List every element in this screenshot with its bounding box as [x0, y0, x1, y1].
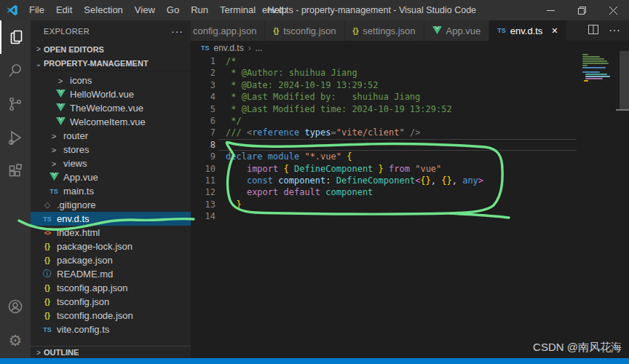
code-content: */: [226, 115, 242, 127]
source-control-icon[interactable]: [0, 87, 31, 121]
line-number[interactable]: 7: [191, 127, 226, 138]
menu-file[interactable]: File: [23, 0, 50, 20]
code-line-1[interactable]: 1/*: [191, 55, 629, 67]
split-editor-icon[interactable]: [588, 24, 598, 37]
menu-go[interactable]: Go: [161, 0, 185, 20]
vue-icon: [432, 25, 442, 36]
account-icon[interactable]: [0, 290, 31, 323]
tab-label: tsconfig.json: [283, 25, 336, 36]
code-line-4[interactable]: 4 * @Last Modified by: shuihua Jiang: [191, 91, 629, 103]
file-item-index.html[interactable]: <>index.html: [31, 226, 191, 240]
line-number[interactable]: 4: [191, 91, 226, 103]
settings-gear-icon[interactable]: ⚙: [0, 323, 31, 357]
run-and-debug-icon[interactable]: [0, 121, 31, 154]
menu-run[interactable]: Run: [185, 0, 214, 20]
file-item-HelloWorld.vue[interactable]: HelloWorld.vue: [31, 87, 191, 101]
chevron-right-icon: >: [33, 349, 44, 357]
file-item-vite.config.ts[interactable]: TSvite.config.ts: [31, 323, 191, 336]
line-number[interactable]: 10: [191, 163, 226, 175]
file-item-.gitignore[interactable]: ◇.gitignore: [31, 198, 191, 212]
file-item-icons[interactable]: >icons: [31, 74, 191, 87]
search-icon[interactable]: [0, 54, 31, 87]
tab-settings.json[interactable]: {}settings.json: [345, 20, 424, 41]
vue-icon-slot: [55, 116, 66, 127]
code-content: import { DefineComponent } from "vue": [226, 163, 441, 175]
menu-edit[interactable]: Edit: [50, 0, 78, 20]
code-line-14[interactable]: 14: [191, 210, 629, 222]
line-number[interactable]: 9: [191, 151, 226, 162]
file-item-App.vue[interactable]: App.vue: [31, 170, 191, 184]
close-icon[interactable]: ✕: [551, 26, 558, 36]
file-item-tsconfig.node.json[interactable]: {}tsconfig.node.json: [31, 309, 191, 323]
file-item-main.ts[interactable]: TSmain.ts: [31, 184, 191, 198]
line-number[interactable]: 14: [191, 210, 226, 222]
file-label: .gitignore: [57, 199, 95, 210]
close-icon[interactable]: [598, 0, 629, 20]
tab-config.app.json[interactable]: config.app.json: [191, 20, 264, 41]
html-icon: <>: [44, 229, 51, 237]
file-item-TheWelcome.vue[interactable]: TheWelcome.vue: [31, 101, 191, 115]
file-item-README.md[interactable]: ⓘREADME.md: [31, 267, 191, 281]
line-number[interactable]: 12: [191, 186, 226, 198]
info-icon: ⓘ: [43, 268, 52, 280]
file-item-stores[interactable]: >stores: [31, 143, 191, 157]
extensions-icon[interactable]: [0, 154, 31, 188]
line-number[interactable]: 5: [191, 103, 226, 115]
breadcrumb-file[interactable]: env.d.ts: [214, 43, 244, 53]
code-line-5[interactable]: 5 * @Last Modified time: 2024-10-19 13:2…: [191, 103, 629, 115]
more-actions-icon[interactable]: ···: [171, 25, 183, 37]
file-item-env.d.ts[interactable]: TSenv.d.ts: [31, 212, 191, 226]
line-number[interactable]: 11: [191, 175, 226, 186]
code-line-8[interactable]: 8: [191, 139, 629, 151]
minimap[interactable]: [579, 52, 619, 108]
tab-App.vue[interactable]: App.vue: [424, 20, 489, 41]
more-actions-icon[interactable]: ···: [609, 24, 620, 37]
code-line-13[interactable]: 13 }: [191, 199, 629, 210]
file-item-package.json[interactable]: {}package.json: [31, 253, 191, 267]
code-line-7[interactable]: 7/// <reference types="vite/client" />: [191, 127, 629, 138]
chevron-right-icon: >: [33, 45, 44, 53]
line-number[interactable]: 8: [191, 139, 226, 151]
tab-env.d.ts[interactable]: TSenv.d.ts✕: [489, 20, 566, 41]
code-line-9[interactable]: 9declare module "*.vue" {: [191, 151, 629, 162]
tab-tsconfig.json[interactable]: {}tsconfig.json: [265, 20, 344, 41]
line-number[interactable]: 13: [191, 199, 226, 210]
menu-view[interactable]: View: [129, 0, 161, 20]
file-item-router[interactable]: >router: [31, 129, 191, 143]
json-icon: {}: [44, 256, 50, 264]
code-line-2[interactable]: 2 * @Author: shuihua Jiang: [191, 67, 629, 79]
minimize-icon[interactable]: [535, 0, 566, 20]
code-content: export default component: [226, 186, 373, 198]
breadcrumb-symbol[interactable]: ...: [256, 43, 263, 53]
html-icon-slot: <>: [41, 229, 53, 237]
tab-label: App.vue: [446, 25, 481, 36]
code-line-12[interactable]: 12 export default component: [191, 186, 629, 198]
explorer-title: EXPLORER: [44, 27, 171, 36]
code-content: * @Last Modified by: shuihua Jiang: [226, 91, 420, 103]
explorer-icon[interactable]: [0, 20, 32, 54]
file-item-views[interactable]: >views: [31, 157, 191, 170]
file-item-package-lock.json[interactable]: {}package-lock.json: [31, 240, 191, 253]
code-line-3[interactable]: 3 * @Date: 2024-10-19 13:29:52: [191, 79, 629, 91]
folder-chevron: >: [55, 76, 66, 85]
code-editor[interactable]: 1/*2 * @Author: shuihua Jiang3 * @Date: …: [191, 55, 629, 222]
line-number[interactable]: 1: [191, 55, 226, 67]
code-line-11[interactable]: 11 const component: DefineComponent<{}, …: [191, 175, 629, 186]
restore-icon[interactable]: [566, 0, 598, 20]
file-item-tsconfig.json[interactable]: {}tsconfig.json: [31, 295, 191, 309]
code-line-10[interactable]: 10 import { DefineComponent } from "vue": [191, 163, 629, 175]
section-project[interactable]: ⌄ PROPERTY-MANAGEMENT: [31, 56, 191, 71]
line-number[interactable]: 6: [191, 115, 226, 127]
menu-selection[interactable]: Selection: [78, 0, 128, 20]
line-number[interactable]: 3: [191, 79, 226, 91]
line-number[interactable]: 2: [191, 67, 226, 79]
code-content: const component: DefineComponent<{}, {},…: [226, 175, 483, 186]
file-tree: >iconsHelloWorld.vueTheWelcome.vueWelcom…: [31, 74, 191, 336]
code-line-6[interactable]: 6 */: [191, 115, 629, 127]
section-open-editors[interactable]: > OPEN EDITORS: [31, 42, 191, 56]
file-item-tsconfig.app.json[interactable]: {}tsconfig.app.json: [31, 281, 191, 295]
scrollbar[interactable]: [620, 51, 629, 109]
folder-chevron: >: [48, 146, 60, 154]
file-item-WelcomeItem.vue[interactable]: WelcomeItem.vue: [31, 115, 191, 129]
section-outline[interactable]: > OUTLINE: [31, 346, 191, 358]
